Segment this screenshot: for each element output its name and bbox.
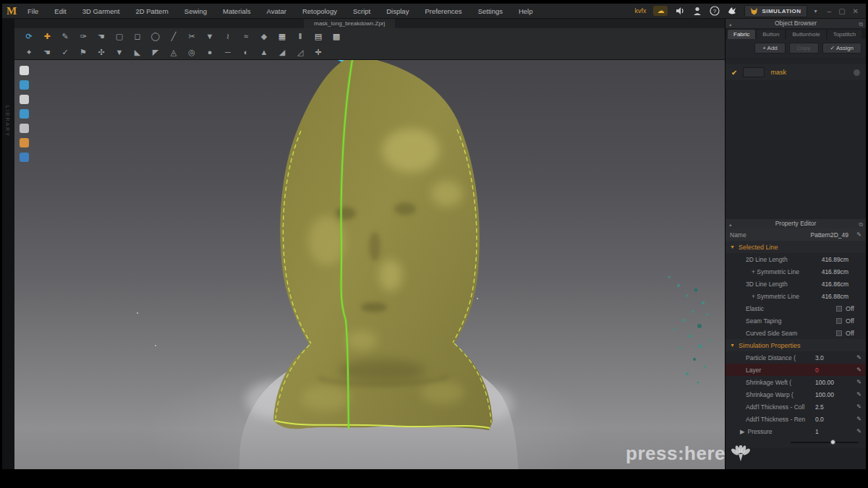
speaker-icon[interactable] [675,6,685,16]
viewport-3d[interactable] [14,60,725,479]
toolbar-icon[interactable]: ▲ [258,48,270,56]
help-icon[interactable]: ? [710,6,720,16]
toolbar-icon[interactable]: ▼ [114,48,125,56]
menu-item[interactable]: Settings [472,5,509,17]
menu-item[interactable]: Retopology [296,5,344,17]
scene-3d[interactable] [14,60,725,479]
edit-icon[interactable]: ✎ [854,354,861,361]
menu-item[interactable]: Script [346,5,377,17]
fabric-list-item[interactable]: ✔ mask [726,64,866,80]
minimize-button[interactable]: – [827,7,832,15]
toolbar-icon[interactable]: ◎ [186,48,197,57]
viewport-toggle-icon[interactable] [20,153,29,162]
gesture-icon[interactable] [727,6,737,16]
object-browser-tab[interactable]: Topstitch [827,30,862,39]
toolbar-icon[interactable]: ☚ [41,48,53,57]
menu-item[interactable]: Display [380,5,415,17]
collapse-icon[interactable]: ▴ [729,220,732,229]
project-file-tab[interactable]: mask_long_breakdown.Zprj [304,19,395,28]
toolbar-icon[interactable]: ◤ [150,48,161,57]
object-browser-tab[interactable]: Fabric [728,30,755,39]
check-icon[interactable]: ✔ [731,69,737,77]
menu-item[interactable]: 2D Pattern [129,5,174,17]
toolbar-icon[interactable]: ◐ [240,48,252,56]
menu-item[interactable]: Avatar [260,5,293,17]
toolbar-icon[interactable]: ◢ [276,48,288,57]
edit-icon[interactable]: ✎ [854,403,861,410]
menu-item[interactable]: Edit [48,5,72,17]
viewport-toggle-icon[interactable] [20,138,29,147]
object-browser-tab[interactable]: Button [757,30,785,39]
toolbar-icon[interactable]: ● [204,48,216,56]
toolbar-icon[interactable]: ✂ [186,32,197,41]
checkbox[interactable] [836,318,842,324]
toolbar-icon[interactable]: ✣ [95,48,107,57]
toolbar-icon[interactable]: ✛ [312,48,324,57]
toolbar-icon[interactable]: ◯ [150,32,161,41]
toolbar-icon[interactable]: ✎ [59,32,71,41]
pressure-slider[interactable] [791,442,859,443]
edit-icon[interactable]: ✎ [854,428,861,435]
toolbar-icon[interactable]: ✑ [77,32,89,41]
edit-icon[interactable]: ✎ [854,391,861,398]
toolbar-icon[interactable]: ≈ [240,32,252,40]
toolbar-icon[interactable]: ☚ [95,32,107,41]
viewport-toggle-icon[interactable] [20,80,29,90]
toolbar-icon[interactable]: ◣ [132,48,143,57]
toolbar-icon[interactable]: ─ [222,48,234,56]
toolbar-icon[interactable]: ◻ [132,32,143,41]
toolbar-icon[interactable]: ◿ [294,48,306,57]
toolbar-icon[interactable]: ▦ [276,32,288,41]
simulation-properties-section[interactable]: ▼ Simulation Properties [726,339,866,351]
toolbar-icon[interactable]: ▢ [114,32,125,41]
toolbar-icon[interactable]: ▤ [312,32,324,41]
collapse-icon[interactable]: ▴ [729,20,732,29]
object-browser-button[interactable]: + Add [754,43,786,53]
visibility-icon[interactable] [854,69,860,76]
toolbar-icon[interactable]: ◬ [168,48,179,57]
undock-icon[interactable]: ⧉ [859,20,863,29]
account-icon[interactable] [692,6,702,16]
toolbar-icon[interactable]: ‖ [294,32,306,40]
toolbar-icon[interactable]: ▼ [204,32,216,40]
undock-icon[interactable]: ⧉ [859,220,863,229]
close-button[interactable]: ✕ [853,7,859,15]
toolbar-icon[interactable]: ✚ [41,32,53,41]
pressure-arrow[interactable]: ▶ [730,428,745,435]
menu-item[interactable]: Help [512,5,540,17]
checkbox[interactable] [836,330,842,336]
toolbar-icon[interactable]: ≀ [222,32,234,41]
slider-handle[interactable] [830,440,835,445]
toolbar-icon[interactable]: ╱ [168,32,179,41]
mask-garment[interactable] [273,60,493,430]
maximize-button[interactable]: ▢ [838,7,845,15]
edit-icon[interactable]: ✎ [854,416,861,422]
menu-item[interactable]: Materials [216,5,258,17]
toolbar-icon[interactable]: ⚑ [77,48,89,57]
toolbar-icon[interactable]: ◆ [258,32,270,41]
viewport-toggle-icon[interactable] [20,124,29,133]
toolbar-icon[interactable]: ✦ [23,48,35,57]
menu-item[interactable]: Sewing [178,5,213,17]
library-vertical-tab[interactable]: LIBRARY [5,106,10,137]
toolbar-icon[interactable]: ✓ [59,48,71,57]
edit-icon[interactable]: ✎ [854,231,861,238]
menu-item[interactable]: File [21,5,45,17]
viewport-toggle-icon[interactable] [20,66,29,75]
edit-icon[interactable]: ✎ [854,379,861,385]
selected-line-section[interactable]: ▼ Selected Line [726,241,866,253]
viewport-toggle-icon[interactable] [20,95,29,104]
edit-icon[interactable]: ✎ [854,367,861,373]
toolbar-icon[interactable]: ▩ [331,32,342,41]
toolbar-icon[interactable]: ⟳ [23,32,35,41]
chevron-down-icon[interactable]: ▾ [814,8,817,14]
object-browser-button[interactable]: ✓ Assign [822,43,862,53]
cloud-sync-icon[interactable]: ☁ [653,6,668,16]
object-browser-tab[interactable]: Buttonhole [786,30,825,39]
menu-item[interactable]: Preferences [418,5,468,17]
mode-selector[interactable]: SIMULATION [744,5,807,17]
checkbox[interactable] [836,306,842,312]
viewport-toggle-icon[interactable] [20,109,29,119]
object-browser-button[interactable]: Copy [789,43,819,53]
menu-item[interactable]: 3D Garment [76,5,127,17]
